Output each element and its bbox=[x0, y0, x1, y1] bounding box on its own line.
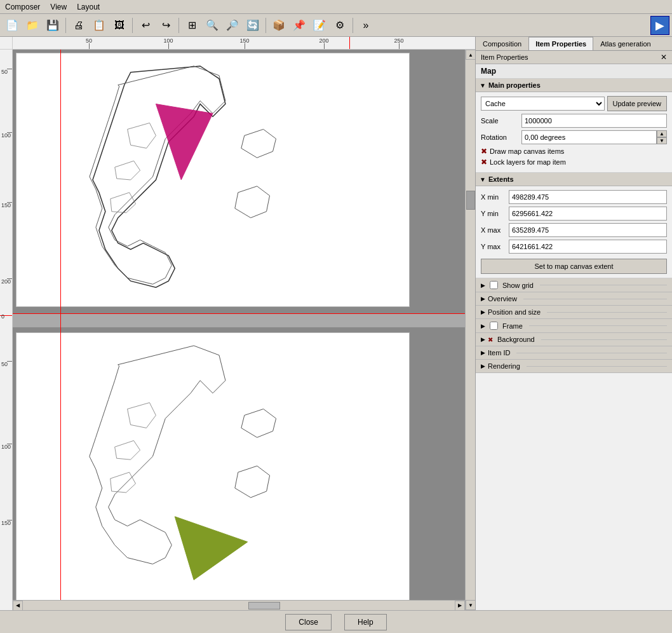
xmin-input[interactable] bbox=[509, 190, 667, 204]
page-separator bbox=[13, 313, 465, 327]
rendering-row[interactable]: ▶ Rendering bbox=[476, 360, 672, 373]
tool1-button[interactable]: 📦 bbox=[269, 16, 288, 35]
overview-row[interactable]: ▶ Overview bbox=[476, 292, 672, 306]
menu-layout[interactable]: Layout bbox=[72, 1, 105, 13]
undo-button[interactable]: ↩ bbox=[136, 16, 155, 35]
position-line bbox=[547, 312, 667, 313]
menubar: Composer View Layout bbox=[0, 0, 672, 14]
separator-5 bbox=[353, 18, 353, 33]
map-title: Map bbox=[476, 64, 672, 79]
show-grid-row[interactable]: ▶ Show grid bbox=[476, 278, 672, 292]
xmax-input[interactable] bbox=[509, 223, 667, 237]
frame-checkbox[interactable] bbox=[490, 322, 498, 330]
redo-button[interactable]: ↪ bbox=[156, 16, 175, 35]
frame-row[interactable]: ▶ Frame bbox=[476, 319, 672, 333]
export-pdf-button[interactable]: 📋 bbox=[90, 16, 109, 35]
red-guide-v bbox=[60, 50, 61, 600]
ymax-row: Y max bbox=[481, 240, 667, 254]
item-properties-panel: Item Properties ✕ Map ▼ Main properties … bbox=[476, 51, 672, 610]
scale-label: Scale bbox=[481, 117, 519, 125]
tool2-button[interactable]: 📌 bbox=[290, 16, 309, 35]
set-extent-button[interactable]: Set to map canvas extent bbox=[481, 259, 667, 274]
rotation-down-button[interactable]: ▼ bbox=[657, 137, 667, 144]
frame-line bbox=[529, 325, 667, 326]
tool3-button[interactable]: 📝 bbox=[310, 16, 329, 35]
item-id-row[interactable]: ▶ Item ID bbox=[476, 346, 672, 360]
item-id-label: Item ID bbox=[488, 349, 510, 357]
refresh-button[interactable]: 🔄 bbox=[243, 16, 262, 35]
position-arrow-icon: ▶ bbox=[481, 309, 485, 315]
overview-line bbox=[523, 299, 667, 299]
toolbar: 📄 📁 💾 🖨 📋 🖼 ↩ ↪ ⊞ 🔍 🔎 🔄 📦 📌 📝 ⚙ » ▶ bbox=[0, 14, 672, 37]
zoom-out-button[interactable]: 🔎 bbox=[223, 16, 242, 35]
item-id-line bbox=[516, 353, 667, 353]
scroll-thumb-h[interactable] bbox=[248, 602, 280, 609]
tab-composition[interactable]: Composition bbox=[476, 37, 528, 50]
map-page-top bbox=[16, 53, 410, 307]
scroll-right-arrow[interactable]: ▶ bbox=[455, 601, 465, 611]
update-preview-button[interactable]: Update preview bbox=[607, 96, 667, 111]
ruler-corner bbox=[0, 37, 13, 50]
forward-button[interactable]: ▶ bbox=[650, 16, 669, 35]
item-props-header: Item Properties ✕ bbox=[476, 51, 672, 64]
background-row[interactable]: ▶ ✖ Background bbox=[476, 333, 672, 346]
show-grid-label: Show grid bbox=[502, 282, 534, 289]
scroll-thumb-v[interactable] bbox=[466, 191, 475, 210]
rotation-label: Rotation bbox=[481, 133, 519, 141]
vlabel-100b: 100 bbox=[1, 444, 11, 450]
ruler-red-marker bbox=[349, 37, 350, 49]
cache-row: Cache Update preview bbox=[481, 96, 667, 111]
extents-body: X min Y min X max Y max S bbox=[476, 186, 672, 278]
show-grid-arrow-icon: ▶ bbox=[481, 282, 485, 289]
ruler-top: 50 100 150 200 250 bbox=[13, 37, 475, 50]
svg-rect-2 bbox=[17, 333, 408, 610]
bottom-bar: Close Help bbox=[0, 610, 672, 633]
zoom-fit-button[interactable]: ⊞ bbox=[182, 16, 201, 35]
scroll-left-arrow[interactable]: ◀ bbox=[13, 601, 23, 611]
canvas-main[interactable]: ▲ ▼ ◀ ▶ bbox=[13, 50, 475, 610]
print-button[interactable]: 🖨 bbox=[69, 16, 88, 35]
draw-canvas-check-icon: ✖ bbox=[481, 147, 487, 156]
rotation-up-button[interactable]: ▲ bbox=[657, 130, 667, 137]
menu-view[interactable]: View bbox=[45, 1, 72, 13]
position-size-row[interactable]: ▶ Position and size bbox=[476, 306, 672, 319]
tab-item-properties[interactable]: Item Properties bbox=[528, 37, 593, 50]
show-grid-line bbox=[540, 285, 667, 285]
tab-atlas-generation[interactable]: Atlas generation bbox=[593, 37, 658, 50]
help-button[interactable]: Help bbox=[344, 614, 387, 630]
lock-layers-check-icon: ✖ bbox=[481, 158, 487, 167]
ymin-input[interactable] bbox=[509, 207, 667, 221]
rotation-input[interactable] bbox=[521, 130, 657, 144]
tool4-button[interactable]: ⚙ bbox=[330, 16, 349, 35]
save-button[interactable]: 💾 bbox=[43, 16, 62, 35]
more-button[interactable]: » bbox=[356, 16, 375, 35]
new-button[interactable]: 📄 bbox=[3, 16, 22, 35]
xmin-row: X min bbox=[481, 190, 667, 204]
scrollbar-h[interactable]: ◀ ▶ bbox=[13, 600, 465, 610]
separator-3 bbox=[178, 18, 179, 33]
lock-layers-label: Lock layers for map item bbox=[490, 158, 566, 166]
scale-input[interactable] bbox=[521, 114, 667, 128]
extents-header[interactable]: ▼ Extents bbox=[476, 173, 672, 186]
main-properties-header[interactable]: ▼ Main properties bbox=[476, 79, 672, 92]
export-image-button[interactable]: 🖼 bbox=[110, 16, 129, 35]
close-icon[interactable]: ✕ bbox=[661, 53, 667, 62]
extents-arrow-icon: ▼ bbox=[480, 176, 486, 183]
scrollbar-v[interactable]: ▲ ▼ bbox=[465, 50, 475, 610]
show-grid-checkbox[interactable] bbox=[490, 281, 498, 289]
scroll-up-arrow[interactable]: ▲ bbox=[466, 50, 475, 60]
cache-select[interactable]: Cache bbox=[481, 97, 605, 111]
menu-composer[interactable]: Composer bbox=[0, 1, 45, 13]
right-panel: Composition Item Properties Atlas genera… bbox=[475, 37, 672, 610]
open-button[interactable]: 📁 bbox=[23, 16, 42, 35]
main-properties-label: Main properties bbox=[488, 81, 541, 89]
vtick-50b bbox=[7, 361, 12, 362]
scroll-down-arrow[interactable]: ▼ bbox=[466, 600, 475, 610]
ymax-input[interactable] bbox=[509, 240, 667, 254]
zoom-in-button[interactable]: 🔍 bbox=[203, 16, 222, 35]
close-button[interactable]: Close bbox=[285, 614, 332, 630]
vtick-200 bbox=[7, 278, 12, 279]
vtick-100 bbox=[7, 132, 12, 133]
svg-rect-0 bbox=[17, 53, 409, 306]
main-properties-body: Cache Update preview Scale Rotation bbox=[476, 92, 672, 173]
